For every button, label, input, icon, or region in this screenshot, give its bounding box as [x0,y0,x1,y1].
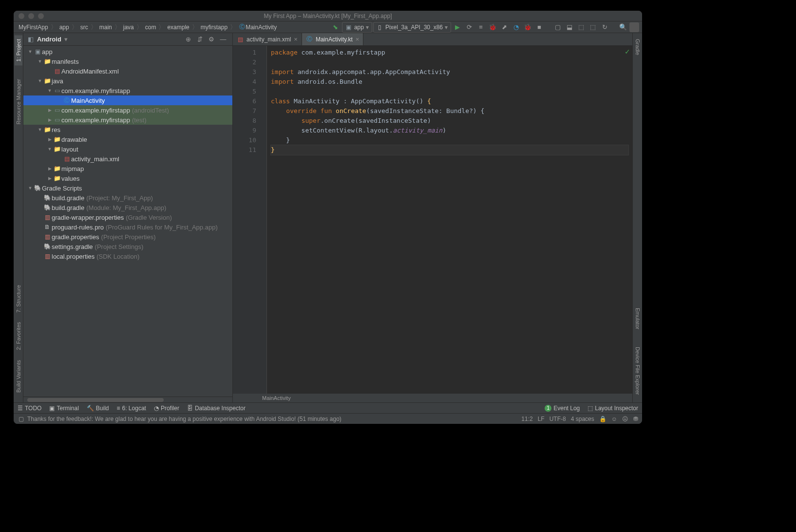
tab-profiler[interactable]: ◔Profiler [154,405,179,412]
tree-row-drawable[interactable]: ▶📁drawable [23,134,232,144]
tab-device-file-explorer[interactable]: Device File Explorer [634,343,642,399]
resource-button[interactable]: ⬚ [588,22,598,33]
code-line[interactable]: } [271,135,628,145]
expand-icon[interactable]: ▼ [47,147,53,152]
tree-row-build-gradle[interactable]: 🐘build.gradle(Project: My_First_App) [23,193,232,203]
expand-icon[interactable]: ▼ [27,49,33,54]
user-icon[interactable] [629,22,639,32]
tree-row-gradle-wrapper-properties[interactable]: ▥gradle-wrapper.properties(Gradle Versio… [23,212,232,222]
tab-gradle[interactable]: Gradle [634,35,642,59]
apply-changes-button[interactable]: ⟳ [464,22,474,33]
sdk-manager-button[interactable]: ⬓ [564,22,575,33]
tree-row-local-properties[interactable]: ▥local.properties(SDK Location) [23,251,232,261]
breadcrumb-item[interactable]: myfirstapp [199,22,229,32]
breadcrumb-item[interactable]: ⒸMainActivity [237,22,279,32]
expand-icon[interactable]: ▶ [47,108,53,113]
code-line[interactable]: setContentView(R.layout.activity_main) [271,126,628,135]
breadcrumb-item[interactable]: com [143,22,158,32]
tree-row-java[interactable]: ▼📁java [23,76,232,86]
breadcrumb-item[interactable]: example [165,22,191,32]
minimize-window-icon[interactable] [28,13,34,19]
breadcrumb-item[interactable]: app [57,22,71,32]
tree-row-mipmap[interactable]: ▶📁mipmap [23,164,232,173]
tree-row-res[interactable]: ▼📁res [23,125,232,134]
expand-icon[interactable]: ▼ [37,59,43,64]
code-line[interactable]: } [271,145,628,155]
code-line[interactable] [271,57,628,67]
face-sad-icon[interactable]: ☹ [622,416,628,422]
chevron-down-icon[interactable]: ▾ [64,36,68,43]
tab-resource-manager[interactable]: Resource Manager [15,75,22,129]
code-line[interactable]: class MainActivity : AppCompatActivity()… [271,96,628,106]
avd-manager-button[interactable]: ▢ [552,22,563,33]
tab-mainactivity-kt[interactable]: ⒸMainActivity.kt× [302,33,363,45]
tree-row-com-example-myfirstapp[interactable]: ▶▭com.example.myfirstapp(test) [23,115,232,125]
maximize-window-icon[interactable] [38,13,44,19]
code-line[interactable]: package com.example.myfirstapp [271,48,628,57]
tree-row-values[interactable]: ▶📁values [23,173,232,183]
attach-debugger-button[interactable]: 🐞 [522,22,533,33]
tree-row-com-example-myfirstapp[interactable]: ▶▭com.example.myfirstapp(androidTest) [23,105,232,115]
tree-row-build-gradle[interactable]: 🐘build.gradle(Module: My_First_App.app) [23,203,232,212]
breadcrumb-item[interactable]: java [121,22,136,32]
expand-icon[interactable]: ▶ [47,176,53,181]
expand-icon[interactable]: ▶ [47,117,53,122]
sync-gradle-button[interactable]: ⬊ [330,22,341,33]
file-encoding[interactable]: UTF-8 [550,416,566,422]
close-tab-icon[interactable]: × [294,36,298,43]
layout-button[interactable]: ⬚ [576,22,587,33]
run-config-combo[interactable]: ▣ app ▾ [342,22,372,33]
expand-icon[interactable]: ▼ [27,186,33,190]
tree-row-activity_main-xml[interactable]: ▤activity_main.xml [23,154,232,164]
tab-build[interactable]: 🔨Build [87,405,109,412]
project-view-mode[interactable]: Android [37,36,61,43]
search-everywhere-button[interactable]: 🔍 [618,22,628,33]
expand-icon[interactable]: ▼ [37,127,43,132]
tab-todo[interactable]: ☰TODO [18,405,41,412]
line-separator[interactable]: LF [538,416,545,422]
tree-row-com-example-myfirstapp[interactable]: ▼▭com.example.myfirstapp [23,86,232,95]
collapse-all-button[interactable]: ⇵ [194,34,205,45]
tab-event-log[interactable]: 1 Event Log [545,405,580,412]
tab-activity_main-xml[interactable]: ▤activity_main.xml× [233,33,302,45]
breadcrumb-item[interactable]: main [97,22,114,32]
expand-icon[interactable]: ▶ [47,137,53,142]
code-editor[interactable]: package com.example.myfirstapp import an… [267,46,632,394]
cursor-position[interactable]: 11:2 [521,416,532,422]
project-tree[interactable]: ▼▣app▼📁manifests▤AndroidManifest.xml▼📁ja… [23,46,232,397]
code-line[interactable]: override fun onCreate(savedInstanceState… [271,106,628,116]
tab-structure[interactable]: 7: Structure [15,281,22,317]
tree-row-androidmanifest-xml[interactable]: ▤AndroidManifest.xml [23,66,232,76]
tab-favorites[interactable]: 2: Favorites [15,318,22,354]
breadcrumb-item[interactable]: src [78,22,90,32]
code-line[interactable]: super.onCreate(savedInstanceState) [271,116,628,126]
tree-row-gradle-properties[interactable]: ▥gradle.properties(Project Properties) [23,232,232,242]
tab-layout-inspector[interactable]: ⬚Layout Inspector [588,405,638,412]
close-tab-icon[interactable]: × [356,36,360,43]
hide-button[interactable]: — [218,34,228,45]
profile-button[interactable]: ◔ [511,22,521,33]
breadcrumb-item[interactable]: MyFirstApp [17,22,50,32]
tab-database-inspector[interactable]: 🗄Database Inspector [187,405,246,412]
memory-indicator-icon[interactable]: ⛃ [633,416,638,422]
settings-icon[interactable]: ⚙ [206,34,217,45]
scroll-from-source-button[interactable]: ⊕ [183,34,193,45]
apply-code-button[interactable]: ≡ [475,22,486,33]
tool-windows-icon[interactable]: ▢ [18,416,24,422]
run-button[interactable]: ▶ [452,22,463,33]
horizontal-scrollbar[interactable] [23,397,232,402]
device-combo[interactable]: ▯ Pixel_3a_API_30_x86 ▾ [373,22,451,33]
expand-icon[interactable]: ▶ [47,166,53,171]
tree-row-layout[interactable]: ▼📁layout [23,144,232,154]
tree-row-proguard-rules-pro[interactable]: 🗎proguard-rules.pro(ProGuard Rules for M… [23,222,232,232]
tree-row-settings-gradle[interactable]: 🐘settings.gradle(Project Settings) [23,242,232,251]
coverage-button[interactable]: ⬈ [499,22,510,33]
code-line[interactable]: import android.os.Bundle [271,77,628,87]
expand-icon[interactable]: ▼ [47,88,53,93]
face-happy-icon[interactable]: ☺ [611,416,617,422]
tab-build-variants[interactable]: Build Variants [15,356,22,397]
expand-icon[interactable]: ▼ [37,78,43,83]
tab-logcat[interactable]: ≡6: Logcat [117,405,146,412]
code-line[interactable]: import androidx.appcompat.app.AppCompatA… [271,67,628,77]
update-button[interactable]: ↻ [599,22,610,33]
